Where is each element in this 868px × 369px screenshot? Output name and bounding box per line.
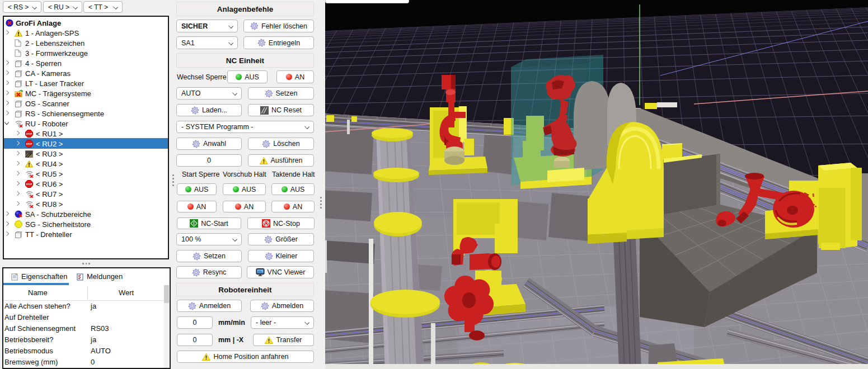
- svg-text:STOP: STOP: [26, 133, 32, 135]
- svg-text:STOP: STOP: [26, 183, 32, 186]
- svg-text:STOP: STOP: [26, 143, 32, 145]
